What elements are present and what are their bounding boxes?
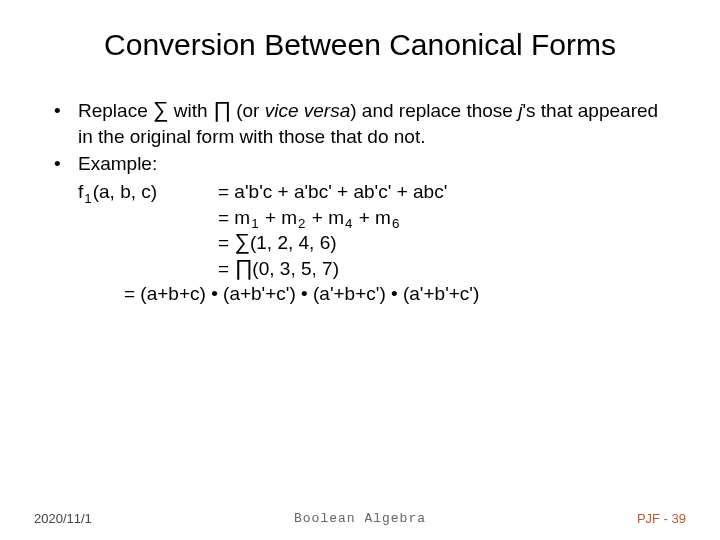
- prod-symbol: ∏: [213, 97, 231, 122]
- slide-footer: 2020/11/1 Boolean Algebra PJF - 39: [0, 511, 720, 526]
- bullet-1-text: Replace ∑ with ∏ (or vice versa) and rep…: [78, 98, 670, 149]
- eq2-rhs: = m1 + m2 + m4 + m6: [218, 205, 400, 231]
- prod-symbol: ∏: [234, 255, 252, 280]
- eq-line-3: = ∑(1, 2, 4, 6): [78, 230, 670, 256]
- l2d: + m: [353, 207, 390, 228]
- sum-symbol: ∑: [153, 97, 169, 122]
- b1-mid1: with: [169, 100, 213, 121]
- eq1-rhs: = a'b'c + a'bc' + ab'c' + abc': [218, 179, 447, 205]
- eq-line-1: f1(a, b, c) = a'b'c + a'bc' + ab'c' + ab…: [78, 179, 670, 205]
- l4b: (0, 3, 5, 7): [252, 258, 339, 279]
- l2s1: 1: [250, 216, 259, 231]
- bullet-2: • Example:: [50, 151, 670, 177]
- bullet-2-text: Example:: [78, 151, 670, 177]
- bullet-marker: •: [50, 98, 78, 124]
- l2a: = m: [218, 207, 250, 228]
- eq-line-2: = m1 + m2 + m4 + m6: [78, 205, 670, 231]
- l2s3: 4: [344, 216, 353, 231]
- eq-line-4: = ∏(0, 3, 5, 7): [78, 256, 670, 282]
- slide-body: • Replace ∑ with ∏ (or vice versa) and r…: [0, 98, 720, 307]
- eq3-rhs: = ∑(1, 2, 4, 6): [218, 230, 337, 256]
- l2b: + m: [260, 207, 297, 228]
- l4a: =: [218, 258, 234, 279]
- b1-mid3: ) and replace those: [350, 100, 518, 121]
- l2c: + m: [307, 207, 344, 228]
- l2s4: 6: [391, 216, 400, 231]
- eq4-rhs: = ∏(0, 3, 5, 7): [218, 256, 339, 282]
- func-label: f1(a, b, c): [78, 179, 218, 205]
- footer-title: Boolean Algebra: [294, 511, 426, 526]
- l3b: (1, 2, 4, 6): [250, 232, 337, 253]
- slide-title: Conversion Between Canonical Forms: [0, 0, 720, 98]
- b1-mid2: (or: [231, 100, 265, 121]
- l2s2: 2: [297, 216, 306, 231]
- func-args: (a, b, c): [93, 181, 157, 202]
- example-block: f1(a, b, c) = a'b'c + a'bc' + ab'c' + ab…: [50, 179, 670, 307]
- footer-date: 2020/11/1: [34, 511, 92, 526]
- eq-line-5: = (a+b+c) • (a+b'+c') • (a'+b+c') • (a'+…: [78, 281, 670, 307]
- func-sub: 1: [83, 191, 92, 206]
- footer-page: PJF - 39: [637, 511, 686, 526]
- l3a: =: [218, 232, 234, 253]
- eq5-rhs: = (a+b+c) • (a+b'+c') • (a'+b+c') • (a'+…: [124, 281, 479, 307]
- bullet-marker: •: [50, 151, 78, 177]
- sum-symbol: ∑: [234, 229, 250, 254]
- bullet-1: • Replace ∑ with ∏ (or vice versa) and r…: [50, 98, 670, 149]
- b1-pre: Replace: [78, 100, 153, 121]
- vice-versa: vice versa: [265, 100, 351, 121]
